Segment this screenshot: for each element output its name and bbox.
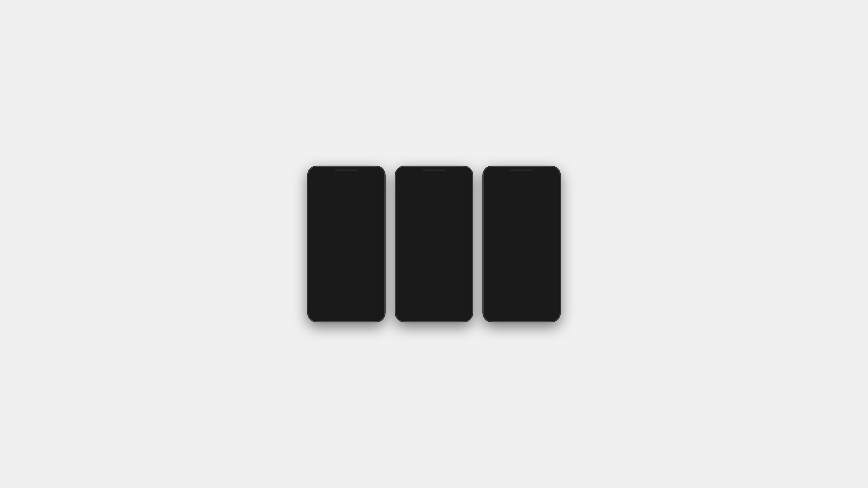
additional-section: ADDITIONAL NOTES Pets Allowed : No bbox=[398, 247, 470, 256]
float-btns-2: ✉ 📞 bbox=[461, 237, 468, 251]
builder-label: Builder bbox=[488, 244, 493, 246]
user-icon-2[interactable]: 👤 bbox=[463, 180, 468, 185]
price-hour-3: €2500 bbox=[519, 295, 524, 297]
enquire-button-1[interactable]: Enquire bbox=[312, 296, 328, 302]
nav-dest-label-3: Destinations bbox=[503, 311, 510, 312]
nav-account-2[interactable]: ⚓ My Account bbox=[432, 307, 439, 312]
nav-chat-label-2: Live Chat bbox=[448, 311, 454, 312]
compass-nav-icon-2: 🧭 bbox=[417, 307, 421, 311]
logo-subtitle-3: ANY YACHT, ANYWHERE, FOR THE BEST POSSIB… bbox=[498, 184, 542, 185]
registry-label: Registry Port bbox=[488, 237, 498, 239]
phone-float-btn-1[interactable]: 📞 bbox=[374, 254, 380, 260]
summer-location-row: ☀️ Summer Location : West Mediterranean bbox=[485, 202, 558, 206]
logo-subtitle-2: ANY YACHT, ANYWHERE, FOR THE BEST POSSIB… bbox=[410, 184, 454, 185]
nav-dest-2[interactable]: 🧭 Destinations bbox=[415, 307, 423, 312]
price-week-2: €96 000 bbox=[417, 295, 424, 297]
sun-icon: ☀️ bbox=[488, 202, 491, 205]
back-button-3[interactable]: ‹ bbox=[488, 180, 489, 185]
nav-account-label-3: My Account bbox=[519, 311, 526, 312]
nav-yachts-1[interactable]: 🚤 Yachts bbox=[314, 307, 319, 312]
email-float-btn-2[interactable]: ✉ bbox=[461, 237, 468, 244]
design-details: Builder : Proteksan Architect : Vincent … bbox=[485, 244, 558, 249]
phone-float-btn-2[interactable]: 📞 bbox=[461, 244, 468, 251]
amenity-ac: Air Conditioning bbox=[400, 229, 468, 231]
destinations-title: Destinations bbox=[485, 211, 558, 216]
user-icon-3[interactable]: 👤 bbox=[550, 180, 555, 185]
winter-label: Winter Location bbox=[492, 206, 510, 209]
more-nav-icon-2: ☰ bbox=[463, 307, 466, 311]
nav-yachts-label-3: Yachts bbox=[490, 311, 494, 312]
nav-account-label-2: My Account bbox=[432, 311, 439, 312]
bathroom-decor bbox=[314, 192, 378, 222]
email-float-btn-1[interactable]: ✉ bbox=[374, 247, 380, 253]
email-float-btn-3[interactable]: ✉ bbox=[549, 237, 555, 244]
favorite-icon[interactable]: ♡ bbox=[369, 204, 374, 210]
summer-val[interactable]: West Mediterranean bbox=[514, 203, 531, 205]
logo-club-3: CLUB bbox=[520, 180, 532, 184]
nav-more-1[interactable]: ☰ More bbox=[375, 307, 378, 312]
nav-more-3[interactable]: ☰ More bbox=[551, 307, 554, 312]
nav-more-label-3: More bbox=[551, 311, 554, 312]
logo-2: AHOY CLUB ANY YACHT, ANYWHERE, FOR THE B… bbox=[410, 180, 454, 185]
build-section: BUILD Stabilisers : Yes bbox=[398, 197, 470, 207]
cruise-speed-val: : 12,0kn bbox=[462, 190, 468, 192]
stat-length-val: 45m (148 ft) bbox=[315, 224, 326, 226]
winter-val[interactable]: West Mediterranean bbox=[514, 206, 531, 209]
nav-more-2[interactable]: ☰ More bbox=[463, 307, 466, 312]
enquire-button-3[interactable]: Enquire bbox=[488, 296, 503, 302]
build-year-label: Build Year bbox=[488, 231, 496, 233]
phone-screen-3: 10:32 🔔 📶 🔋 ‹ AHOY CLUB ANY YACHT, ANYWH… bbox=[485, 174, 558, 314]
status-bar-1: 10:31 🔔 📶 🔋 bbox=[310, 174, 383, 178]
logo-club-2: CLUB bbox=[433, 180, 444, 184]
profile-details: Build Year : 1983 Flag : Portugal Regist… bbox=[485, 231, 558, 239]
more-nav-icon-3: ☰ bbox=[551, 307, 554, 311]
screen-content-3[interactable]: of the onboard jet-ski. In addition to j… bbox=[485, 187, 558, 293]
pets-label: Pets Allowed bbox=[400, 253, 410, 255]
breadcrumb-home[interactable]: Home bbox=[312, 189, 317, 191]
pets-val: : No bbox=[465, 253, 468, 255]
entertainment-section: ENTERTAINMENT Wi-Fi Entertainment Screen… bbox=[398, 235, 470, 246]
enquire-button-2[interactable]: Enquire bbox=[400, 296, 415, 302]
back-button-1[interactable]: ‹ bbox=[313, 180, 314, 185]
top-speed-row: Top Speed : 14,0kn bbox=[400, 192, 468, 195]
price-info-3: €96 000 per week €2500 per hour MEMBER D… bbox=[505, 295, 531, 303]
nav-destinations-1[interactable]: 🧭 Destinations bbox=[328, 307, 335, 312]
breadcrumb-charter[interactable]: Charter bbox=[320, 189, 326, 191]
nav-chat-2[interactable]: 💬 Live Chat bbox=[448, 307, 454, 312]
nav-chat-3[interactable]: 💬 Live Chat bbox=[535, 307, 541, 312]
nav-account-3[interactable]: ⚓ My Account bbox=[519, 307, 526, 312]
status-bar-3: 10:32 🔔 📶 🔋 bbox=[485, 174, 558, 178]
breadcrumb-sep2: > bbox=[327, 189, 329, 191]
nav-chat-1[interactable]: 💬 Live Chat bbox=[360, 307, 366, 312]
nav-yachts-2[interactable]: 🚤 Yachts bbox=[402, 307, 406, 312]
nav-account-1[interactable]: ⚓ My Account bbox=[344, 307, 351, 312]
build-year-row: Build Year : 1983 bbox=[488, 231, 556, 234]
winter-colon: : bbox=[512, 206, 513, 209]
account-nav-icon-3: ⚓ bbox=[521, 307, 525, 310]
phone-screen-1: 10:31 🔔 📶 🔋 ‹ AHOY CLUB ANY YACHT, ANYWH… bbox=[310, 174, 383, 314]
back-button-2[interactable]: ‹ bbox=[400, 180, 402, 185]
phone-float-btn-3[interactable]: 📞 bbox=[549, 244, 555, 251]
entertainment-title: ENTERTAINMENT bbox=[400, 237, 468, 239]
screen-content-2[interactable]: Cruise Speed : 12,0kn Top Speed : 14,0kn… bbox=[398, 187, 470, 293]
more-nav-icon-1: ☰ bbox=[375, 307, 378, 311]
price-week-label-2: per week bbox=[424, 296, 431, 297]
member-price-1: €12 480 bbox=[330, 301, 355, 303]
stat-cabins-val: 5 bbox=[337, 224, 338, 226]
entertainment-screens: Entertainment Screens bbox=[400, 243, 468, 245]
intro-text-3: of the onboard jet-ski. In addition to j… bbox=[485, 187, 558, 195]
chat-nav-icon-2: 💬 bbox=[449, 307, 453, 311]
breadcrumb-yacht: COSTA MAGNA bbox=[329, 189, 343, 191]
nav-more-label-1: More bbox=[375, 311, 378, 312]
status-icons-1: 🔔 📶 🔋 bbox=[373, 175, 381, 177]
member-price-3: €12 480 bbox=[505, 301, 531, 303]
nav-dest-3[interactable]: 🧭 Destinations bbox=[503, 307, 510, 312]
user-icon-1[interactable]: 👤 bbox=[375, 180, 380, 185]
cruise-speed-label: Cruise Speed bbox=[400, 190, 411, 192]
toy-waterskis: Waterskis bbox=[400, 219, 433, 221]
price-hour-2: €2500 bbox=[431, 295, 437, 297]
screen-content-1[interactable]: Home > Charter > COSTA MAGNA ♡ 🚢 45m (14… bbox=[310, 187, 383, 293]
nav-yachts-3[interactable]: 🚤 Yachts bbox=[490, 307, 494, 312]
member-discount-2: MEMBER DISCOUNT bbox=[417, 298, 443, 301]
amenities-title: AMENITIES bbox=[400, 225, 468, 227]
